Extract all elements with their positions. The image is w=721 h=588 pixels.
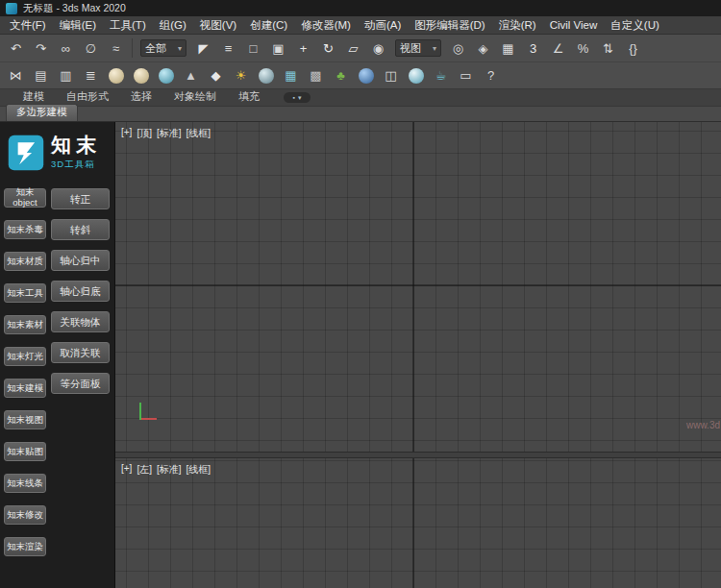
- plugin-tool-button[interactable]: 关联物体: [51, 311, 110, 332]
- render-setup-icon[interactable]: ☕: [429, 64, 453, 87]
- sphere-icon[interactable]: [129, 64, 153, 87]
- select-and-place-icon[interactable]: ◉: [366, 37, 390, 60]
- menu-item[interactable]: 修改器(M): [294, 16, 358, 35]
- select-by-name-icon[interactable]: ≡: [216, 37, 240, 60]
- menu-item[interactable]: 视图(V): [193, 16, 243, 35]
- menu-item[interactable]: 编辑(E): [53, 16, 103, 35]
- bind-to-space-warp-icon[interactable]: ≈: [104, 37, 128, 60]
- rendered-frame-window-icon[interactable]: ▭: [454, 64, 478, 87]
- globe-icon[interactable]: [354, 64, 378, 87]
- help-icon[interactable]: ?: [479, 64, 503, 87]
- menu-item[interactable]: 动画(A): [358, 16, 408, 35]
- plugin-tool-button[interactable]: 轴心归底: [51, 281, 110, 302]
- viewport-label-token[interactable]: [左]: [137, 463, 152, 477]
- window-crossing-icon[interactable]: ▣: [266, 37, 290, 60]
- viewport-label-token[interactable]: [顶]: [137, 127, 152, 140]
- menu-item[interactable]: 图形编辑器(D): [408, 16, 491, 35]
- viewport-splitter[interactable]: [115, 452, 721, 458]
- plugin-subtitle: 3D工具箱: [51, 159, 101, 171]
- use-pivot-point-center-icon[interactable]: ◎: [446, 37, 470, 60]
- sphere-icon[interactable]: [104, 64, 128, 87]
- edit-named-selection-sets-icon[interactable]: {}: [621, 37, 645, 60]
- main-toolbar-row-1: ↶↷∞∅≈ 全部 ▾ ◤≡□▣+↻▱◉ 视图 ▾ ◎◈▦3∠%⇅{}: [0, 35, 721, 62]
- window-title: 无标题 - 3ds Max 2020: [23, 2, 126, 15]
- grid-axis-vertical: [412, 122, 414, 452]
- pyramid-icon[interactable]: ◆: [204, 64, 228, 87]
- plugin-category-button[interactable]: 知末 object: [4, 188, 46, 208]
- viewport-label-token[interactable]: [线框]: [186, 463, 211, 477]
- mirror-icon[interactable]: ⋈: [4, 64, 28, 87]
- select-and-link-icon[interactable]: ∞: [54, 37, 78, 60]
- plugin-tool-button[interactable]: 转斜: [51, 219, 110, 240]
- menu-item[interactable]: 工具(T): [103, 16, 153, 35]
- ribbon-minimize-button[interactable]: ▪ ▾: [284, 92, 311, 103]
- lattice-cube-icon[interactable]: ▩: [304, 64, 328, 87]
- scene-explorer-icon[interactable]: ▥: [54, 64, 78, 87]
- plugin-category-button[interactable]: 知末灯光: [4, 347, 46, 366]
- sphere-icon[interactable]: [254, 64, 278, 87]
- ribbon-tab[interactable]: 选择: [121, 88, 162, 106]
- unlink-selection-icon[interactable]: ∅: [79, 37, 103, 60]
- plugin-tool-button[interactable]: 转正: [51, 188, 110, 209]
- plugin-category-button[interactable]: 知末建模: [4, 379, 46, 398]
- undo-icon[interactable]: ↶: [4, 37, 28, 60]
- x-axis-icon: [139, 418, 157, 420]
- keyboard-shortcut-override-icon[interactable]: ▦: [496, 37, 520, 60]
- select-and-rotate-icon[interactable]: ↻: [316, 37, 340, 60]
- 3ds-max-window: 无标题 - 3ds Max 2020 文件(F)编辑(E)工具(T)组(G)视图…: [0, 0, 721, 588]
- cone-icon[interactable]: ▲: [179, 64, 203, 87]
- ribbon-tab[interactable]: 对象绘制: [164, 88, 226, 106]
- viewport-label-token[interactable]: [线框]: [186, 127, 211, 140]
- viewport-top-view[interactable]: [+][顶][标准][线框] www.3d: [115, 122, 721, 452]
- checker-cube-icon[interactable]: ▦: [279, 64, 303, 87]
- rectangular-selection-icon[interactable]: □: [241, 37, 265, 60]
- plant-icon[interactable]: ♣: [329, 64, 353, 87]
- plugin-category-button[interactable]: 知末线条: [4, 474, 46, 493]
- plugin-category-button[interactable]: 知末杀毒: [4, 220, 46, 239]
- percent-snap-icon[interactable]: %: [571, 37, 595, 60]
- watermark-text: www.3d: [686, 420, 720, 430]
- plugin-tool-button[interactable]: 轴心归中: [51, 250, 110, 271]
- schematic-view-icon[interactable]: ◫: [379, 64, 403, 87]
- plugin-category-button[interactable]: 知末渲染: [4, 537, 46, 556]
- toolbar-separator: [132, 38, 133, 58]
- viewport-label-token[interactable]: [+]: [121, 127, 132, 140]
- plugin-category-button[interactable]: 知末视图: [4, 410, 46, 429]
- select-and-scale-icon[interactable]: ▱: [341, 37, 365, 60]
- menu-item[interactable]: 自定义(U): [604, 16, 665, 35]
- select-and-manipulate-icon[interactable]: ◈: [471, 37, 495, 60]
- plugin-tool-button[interactable]: 等分面板: [51, 373, 110, 394]
- select-object-icon[interactable]: ◤: [191, 37, 215, 60]
- menu-item[interactable]: Civil View: [543, 16, 605, 35]
- geosphere-icon[interactable]: [154, 64, 178, 87]
- align-icon[interactable]: ▤: [29, 64, 53, 87]
- angle-snap-icon[interactable]: ∠: [546, 37, 570, 60]
- plugin-logo-text: 知末 3D工具箱: [51, 135, 101, 171]
- plugin-category-button[interactable]: 知末修改: [4, 505, 46, 525]
- viewport-label-token[interactable]: [标准]: [157, 127, 182, 140]
- reference-coordinate-dropdown[interactable]: 视图 ▾: [395, 39, 441, 57]
- menu-item[interactable]: 文件(F): [3, 16, 53, 35]
- viewport-label-token[interactable]: [标准]: [157, 463, 182, 477]
- menu-item[interactable]: 组(G): [153, 16, 193, 35]
- plugin-category-button[interactable]: 知末工具: [4, 283, 46, 303]
- menu-item[interactable]: 渲染(R): [492, 16, 543, 35]
- snaps-toggle-icon[interactable]: 3: [521, 37, 545, 60]
- spinner-snap-icon[interactable]: ⇅: [596, 37, 620, 60]
- redo-icon[interactable]: ↷: [29, 37, 53, 60]
- plugin-category-button[interactable]: 知末素材: [4, 315, 46, 334]
- plugin-logo-row: 知末 3D工具箱: [0, 122, 114, 181]
- selection-filter-dropdown[interactable]: 全部 ▾: [140, 39, 186, 57]
- plugin-category-button[interactable]: 知末贴图: [4, 442, 46, 461]
- ribbon-tab[interactable]: 填充: [229, 88, 269, 106]
- sun-icon[interactable]: ☀: [229, 64, 253, 87]
- tab-polygon-modeling[interactable]: 多边形建模: [6, 104, 78, 121]
- viewport-label-token[interactable]: [+]: [121, 463, 132, 477]
- viewport-left-view[interactable]: [+][左][标准][线框]: [115, 458, 721, 588]
- plugin-category-button[interactable]: 知末材质: [4, 252, 46, 271]
- layer-explorer-icon[interactable]: ≣: [79, 64, 103, 87]
- material-editor-icon[interactable]: [404, 64, 428, 87]
- plugin-tool-button[interactable]: 取消关联: [51, 342, 110, 363]
- select-and-move-icon[interactable]: +: [291, 37, 315, 60]
- menu-item[interactable]: 创建(C): [243, 16, 294, 35]
